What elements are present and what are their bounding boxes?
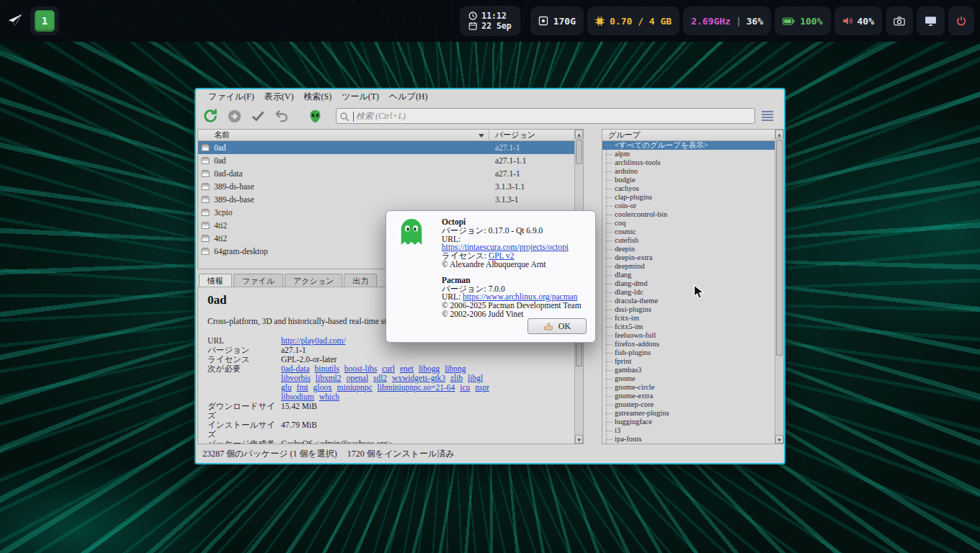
field-link[interactable]: http://play0ad.com/ <box>281 336 346 345</box>
group-item[interactable]: huggingface <box>602 418 775 426</box>
dep-link[interactable]: enet <box>400 364 414 373</box>
paper-plane-icon[interactable] <box>7 13 23 29</box>
group-item[interactable]: coq <box>602 219 775 228</box>
group-item[interactable]: gnome <box>602 374 775 383</box>
group-item[interactable]: cutefish <box>602 236 775 245</box>
menu-item[interactable]: 表示(V) <box>259 89 299 104</box>
display-module[interactable] <box>917 6 945 35</box>
apply-check-button[interactable] <box>249 107 267 125</box>
group-item[interactable]: dssi-plugins <box>602 305 775 314</box>
dep-link[interactable]: libsodium <box>281 392 314 401</box>
dep-link[interactable]: glu <box>281 383 292 392</box>
group-item[interactable]: cosmic <box>602 228 775 236</box>
group-item[interactable]: firefox-addons <box>602 340 775 349</box>
dep-link[interactable]: miniupnpc <box>337 383 373 392</box>
menu-item[interactable]: 検索(S) <box>298 89 337 104</box>
group-item[interactable]: arduino <box>602 167 775 176</box>
group-item[interactable]: fcitx-im <box>602 314 775 323</box>
dep-link[interactable]: gloox <box>313 383 331 392</box>
group-item[interactable]: ipa-fonts <box>602 435 775 444</box>
group-item[interactable]: archlinux-tools <box>602 158 775 167</box>
workspace-button[interactable]: 1 <box>35 10 55 32</box>
group-item[interactable]: gnome-circle <box>602 383 775 392</box>
tab-info[interactable]: 情報 <box>199 274 232 287</box>
group-item[interactable]: coolercontrol-bin <box>602 210 775 219</box>
dep-link[interactable]: openal <box>346 374 368 382</box>
table-row[interactable]: 389-ds-base3.1.3-1.1 <box>198 180 583 193</box>
memory-module[interactable]: 0.70 / 4 GB <box>587 6 680 35</box>
group-item[interactable]: deepmind <box>602 262 775 271</box>
group-item[interactable]: dlang <box>602 271 775 279</box>
group-item[interactable]: <すべてのグループを表示> <box>602 141 775 150</box>
dep-link[interactable]: zlib <box>450 374 463 382</box>
group-item[interactable]: gstreamer-plugins <box>602 409 775 418</box>
group-item[interactable]: dracula-theme <box>602 297 775 305</box>
scroll-down-button[interactable]: ▼ <box>775 435 783 444</box>
dep-link[interactable]: boost-libs <box>344 364 377 373</box>
group-item[interactable]: dlang-dmd <box>602 279 775 288</box>
dep-link[interactable]: libgl <box>468 374 483 382</box>
group-item[interactable]: fprint <box>602 357 775 366</box>
dep-link[interactable]: curl <box>382 364 395 373</box>
scroll-thumb[interactable] <box>776 140 783 356</box>
dep-link[interactable]: libxml2 <box>316 374 342 382</box>
dep-link[interactable]: fmt <box>297 383 308 392</box>
dep-link[interactable]: libogg <box>419 364 440 373</box>
ok-button[interactable]: OK <box>527 318 587 334</box>
group-item[interactable]: gnome-extra <box>602 392 775 400</box>
group-item[interactable]: fish-plugins <box>602 349 775 357</box>
table-row[interactable]: 0ada27.1-1.1 <box>198 154 583 167</box>
panel-toggle-icon[interactable] <box>758 109 777 123</box>
table-row[interactable]: 389-ds-base3.1.3-1 <box>198 193 583 206</box>
disk-module[interactable]: 170G <box>530 6 584 35</box>
group-item[interactable]: feeluown-full <box>602 331 775 340</box>
menu-item[interactable]: ツール(T) <box>337 89 384 104</box>
group-item[interactable]: alpm <box>602 150 775 158</box>
menu-item[interactable]: ヘルプ(H) <box>384 89 433 104</box>
dep-link[interactable]: nspr <box>475 383 489 392</box>
screenshot-module[interactable] <box>886 6 913 35</box>
dep-link[interactable]: 0ad-data <box>281 364 310 373</box>
power-module[interactable] <box>948 6 974 35</box>
dep-link[interactable]: binutils <box>314 364 339 373</box>
group-item[interactable]: i3 <box>602 426 775 435</box>
volume-module[interactable]: 40% <box>834 6 882 35</box>
scroll-up-button[interactable]: ▲ <box>775 130 783 138</box>
column-header-version[interactable]: バージョン <box>489 130 574 140</box>
pacman-url-link[interactable]: https://www.archlinux.org/pacman <box>463 292 577 301</box>
groups-scrollbar[interactable]: ▲ ▼ <box>775 130 783 444</box>
clock-module[interactable]: 11:12 22 Sep <box>460 6 520 36</box>
commit-button[interactable] <box>226 107 243 125</box>
groups-header[interactable]: グループ <box>602 130 775 141</box>
group-item[interactable]: dlang-ldc <box>602 288 775 297</box>
sync-database-button[interactable] <box>202 107 219 125</box>
dep-link[interactable]: libvorbis <box>281 374 311 382</box>
octopi-alien-button[interactable] <box>306 107 324 125</box>
workspace-module[interactable]: 1 <box>30 6 59 35</box>
search-input[interactable] <box>337 109 754 123</box>
group-item[interactable]: deepin <box>602 245 775 253</box>
group-item[interactable]: budgie <box>602 176 775 184</box>
rollback-button[interactable] <box>273 107 290 125</box>
group-item[interactable]: gnustep-core <box>602 400 775 409</box>
group-item[interactable]: fcitx5-im <box>602 323 775 331</box>
search-box[interactable] <box>336 108 755 124</box>
octopi-license-link[interactable]: GPL v2 <box>489 251 514 260</box>
group-item[interactable]: deepin-extra <box>602 253 775 262</box>
group-item[interactable]: cachyos <box>602 184 775 193</box>
battery-module[interactable]: 100% <box>775 6 830 35</box>
dep-link[interactable]: which <box>319 392 339 401</box>
column-header-name[interactable]: 名前 <box>198 130 489 140</box>
octopi-url-link[interactable]: https://tintaescura.com/projects/octopi <box>442 243 569 251</box>
table-row[interactable]: 0ada27.1-1 <box>198 141 583 154</box>
tab-output[interactable]: 出力 <box>344 274 377 287</box>
dep-link[interactable]: libminiupnpc.so=21-64 <box>378 383 455 392</box>
scroll-down-button[interactable]: ▼ <box>575 435 583 444</box>
dep-link[interactable]: libpng <box>445 364 466 373</box>
group-item[interactable]: gambas3 <box>602 366 775 374</box>
scroll-up-button[interactable]: ▲ <box>575 130 583 138</box>
dep-link[interactable]: sdl2 <box>373 374 387 382</box>
group-item[interactable]: coin-or <box>602 202 775 210</box>
tab-files[interactable]: ファイル <box>233 274 283 287</box>
menu-item[interactable]: ファイル(F) <box>203 89 259 104</box>
